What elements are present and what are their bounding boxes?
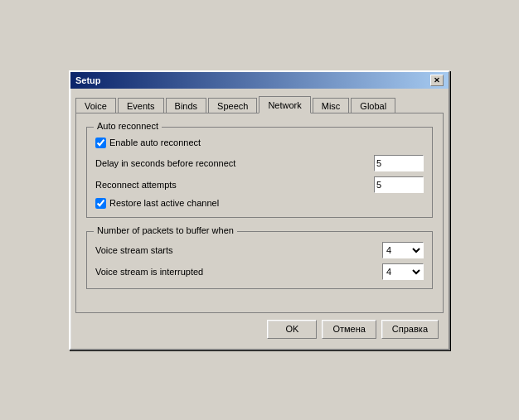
ok-button[interactable]: OK [267, 320, 317, 339]
window-title: Setup [75, 75, 101, 85]
window-body: Voice Events Binds Speech Network Misc G… [70, 89, 449, 349]
voice-interrupted-select[interactable]: 12345678 [382, 263, 424, 280]
close-button[interactable]: ✕ [430, 75, 444, 86]
help-button[interactable]: Справка [381, 320, 439, 339]
enable-auto-reconnect-label: Enable auto reconnect [109, 138, 201, 147]
tab-misc[interactable]: Misc [313, 98, 350, 113]
delay-row: Delay in seconds before reconnect [95, 155, 424, 171]
packets-group: Number of packets to buffer when Voice s… [86, 231, 433, 289]
tab-speech[interactable]: Speech [208, 98, 257, 113]
restore-channel-row: Restore last active channel [95, 198, 424, 209]
auto-reconnect-group: Auto reconnect Enable auto reconnect Del… [86, 127, 433, 218]
tab-network[interactable]: Network [259, 96, 310, 113]
restore-channel-checkbox[interactable] [95, 198, 106, 209]
tab-voice[interactable]: Voice [75, 98, 116, 113]
tab-bar: Voice Events Binds Speech Network Misc G… [75, 92, 444, 113]
voice-interrupted-row: Voice stream is interrupted 12345678 [95, 263, 424, 280]
button-row: OK Отмена Справка [75, 313, 444, 342]
voice-starts-select[interactable]: 12345678 [382, 242, 424, 258]
packets-title: Number of packets to buffer when [94, 225, 237, 235]
auto-reconnect-title: Auto reconnect [94, 121, 162, 131]
delay-input[interactable] [374, 155, 424, 171]
tab-binds[interactable]: Binds [166, 98, 207, 113]
tab-content: Auto reconnect Enable auto reconnect Del… [75, 113, 444, 313]
attempts-row: Reconnect attempts [95, 176, 424, 193]
tab-global[interactable]: Global [351, 98, 395, 113]
voice-interrupted-label: Voice stream is interrupted [95, 267, 382, 277]
voice-starts-label: Voice stream starts [95, 245, 382, 255]
restore-channel-label: Restore last active channel [109, 198, 219, 208]
tab-events[interactable]: Events [118, 98, 164, 113]
title-bar: Setup ✕ [70, 72, 449, 89]
attempts-input[interactable] [374, 176, 424, 193]
title-bar-buttons: ✕ [430, 75, 444, 86]
enable-auto-reconnect-checkbox[interactable] [95, 138, 106, 148]
setup-window: Setup ✕ Voice Events Binds Speech Networ… [69, 70, 450, 350]
voice-starts-row: Voice stream starts 12345678 [95, 242, 424, 258]
delay-label: Delay in seconds before reconnect [95, 158, 374, 168]
enable-auto-reconnect-row: Enable auto reconnect [95, 138, 424, 148]
cancel-button[interactable]: Отмена [322, 320, 376, 339]
attempts-label: Reconnect attempts [95, 180, 374, 190]
